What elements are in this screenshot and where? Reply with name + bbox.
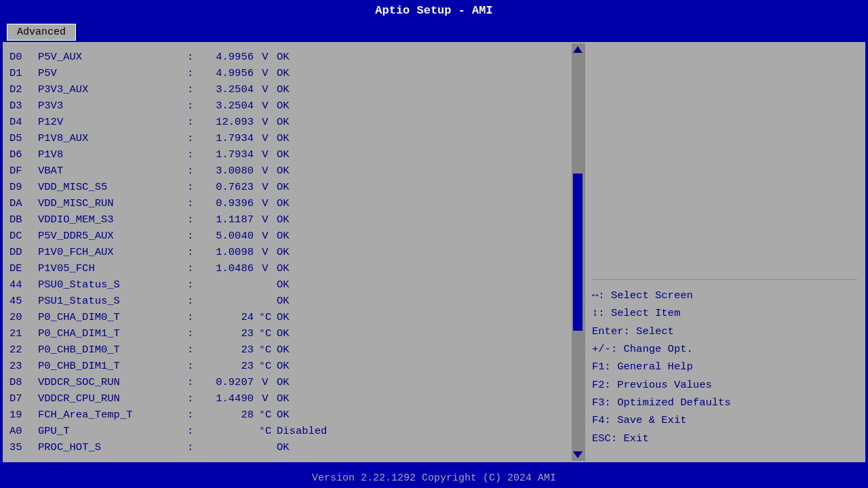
scroll-down-button[interactable] (573, 451, 583, 458)
row-id: DB (9, 211, 38, 228)
row-status: OK (277, 374, 338, 390)
row-unit: V (254, 114, 277, 130)
row-colon: : (187, 423, 199, 439)
row-colon: : (187, 98, 199, 114)
row-id: 23 (9, 358, 38, 374)
advanced-tab[interactable]: Advanced (7, 24, 76, 41)
row-unit: °C (254, 423, 277, 439)
row-colon: : (187, 228, 199, 244)
row-status: OK (277, 390, 338, 407)
row-status: OK (277, 228, 338, 244)
row-id: 21 (9, 325, 38, 342)
row-value: 4.9956 (199, 65, 254, 81)
table-row: DCP5V_DDR5_AUX:5.0040VOK (9, 228, 581, 244)
row-colon: : (187, 130, 199, 146)
row-unit: V (254, 228, 277, 244)
row-id: 22 (9, 342, 38, 358)
row-name: VDD_MISC_S5 (38, 179, 187, 195)
row-id: D5 (9, 130, 38, 146)
row-unit: °C (254, 309, 277, 325)
scroll-up-button[interactable] (573, 46, 583, 53)
row-status: OK (277, 293, 338, 309)
scroll-track[interactable] (573, 55, 583, 449)
row-id: D3 (9, 98, 38, 114)
row-id: A0 (9, 423, 38, 439)
row-value: 23 (199, 342, 254, 358)
table-row: A0GPU_T:°CDisabled (9, 423, 581, 439)
table-row: D5P1V8_AUX:1.7934VOK (9, 130, 581, 146)
row-id: DA (9, 195, 38, 211)
row-status: OK (277, 244, 338, 260)
row-value: 3.2504 (199, 98, 254, 114)
row-status: OK (277, 65, 338, 81)
row-unit: V (254, 146, 277, 163)
row-status: OK (277, 146, 338, 163)
row-name: P1V0_FCH_AUX (38, 244, 187, 260)
row-id: D0 (9, 49, 38, 65)
row-unit: V (254, 260, 277, 277)
row-id: D2 (9, 81, 38, 98)
row-status: OK (277, 179, 338, 195)
row-name: P0_CHB_DIM0_T (38, 342, 187, 358)
row-colon: : (187, 195, 199, 211)
table-row: D8VDDCR_SOC_RUN:0.9207VOK (9, 374, 581, 390)
row-value: 5.0040 (199, 228, 254, 244)
table-row: 20P0_CHA_DIM0_T:24°COK (9, 309, 581, 325)
row-colon: : (187, 211, 199, 228)
row-colon: : (187, 439, 199, 455)
scrollbar[interactable] (572, 43, 584, 461)
row-name: P0_CHB_DIM1_T (38, 358, 187, 374)
row-status: OK (277, 342, 338, 358)
row-value: 1.0486 (199, 260, 254, 277)
table-row: 23P0_CHB_DIM1_T:23°COK (9, 358, 581, 374)
row-name: PROC_HOT_S (38, 439, 187, 455)
row-status: OK (277, 195, 338, 211)
row-id: D4 (9, 114, 38, 130)
row-status: OK (277, 439, 338, 455)
row-name: GPU_T (38, 423, 187, 439)
row-colon: : (187, 260, 199, 277)
row-name: P3V3_AUX (38, 81, 187, 98)
row-status: OK (277, 358, 338, 374)
row-value: 3.0080 (199, 163, 254, 179)
row-name: P0_CHA_DIM1_T (38, 325, 187, 342)
row-id: DF (9, 163, 38, 179)
scroll-thumb[interactable] (573, 174, 583, 331)
row-value: 0.9207 (199, 374, 254, 390)
app-title: Aptio Setup - AMI (375, 4, 492, 17)
row-status: OK (277, 163, 338, 179)
row-value: 23 (199, 358, 254, 374)
row-value: 1.1187 (199, 211, 254, 228)
row-unit: V (254, 65, 277, 81)
row-unit: V (254, 130, 277, 146)
row-colon: : (187, 309, 199, 325)
row-value: 1.0098 (199, 244, 254, 260)
table-row: DDP1V0_FCH_AUX:1.0098VOK (9, 244, 581, 260)
tab-bar: Advanced (0, 21, 868, 41)
row-id: 20 (9, 309, 38, 325)
left-panel: D0P5V_AUX:4.9956VOKD1P5V:4.9956VOKD2P3V3… (4, 43, 584, 461)
row-unit: V (254, 211, 277, 228)
row-name: P3V3 (38, 98, 187, 114)
table-row: D1P5V:4.9956VOK (9, 65, 581, 81)
row-status: OK (277, 114, 338, 130)
row-name: VDDCR_SOC_RUN (38, 374, 187, 390)
table-row: 19FCH_Area_Temp_T:28°COK (9, 407, 581, 423)
row-status: OK (277, 260, 338, 277)
row-unit: V (254, 49, 277, 65)
row-colon: : (187, 374, 199, 390)
table-row: D6P1V8:1.7934VOK (9, 146, 581, 163)
row-value: 1.7934 (199, 130, 254, 146)
table-row: D9VDD_MISC_S5:0.7623VOK (9, 179, 581, 195)
help-save-exit: F4: Save & Exit (592, 411, 857, 429)
row-id: DD (9, 244, 38, 260)
help-esc-exit: ESC: Exit (592, 430, 857, 447)
row-id: D1 (9, 65, 38, 81)
row-colon: : (187, 179, 199, 195)
row-id: 19 (9, 407, 38, 423)
row-colon: : (187, 81, 199, 98)
row-name: P1V8_AUX (38, 130, 187, 146)
row-status: OK (277, 309, 338, 325)
row-status: OK (277, 98, 338, 114)
table-row: DFVBAT:3.0080VOK (9, 163, 581, 179)
